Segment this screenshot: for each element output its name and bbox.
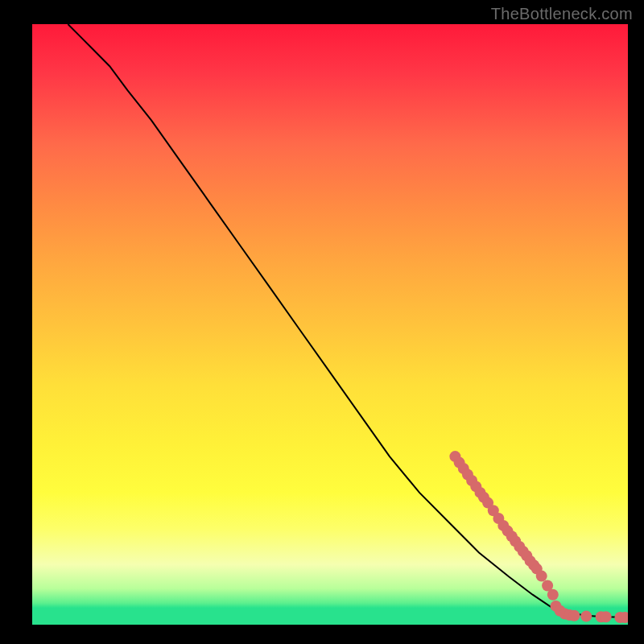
plot-area — [32, 24, 628, 625]
watermark-text: TheBottleneck.com — [491, 5, 633, 23]
chart-frame: TheBottleneck.com — [0, 0, 644, 644]
